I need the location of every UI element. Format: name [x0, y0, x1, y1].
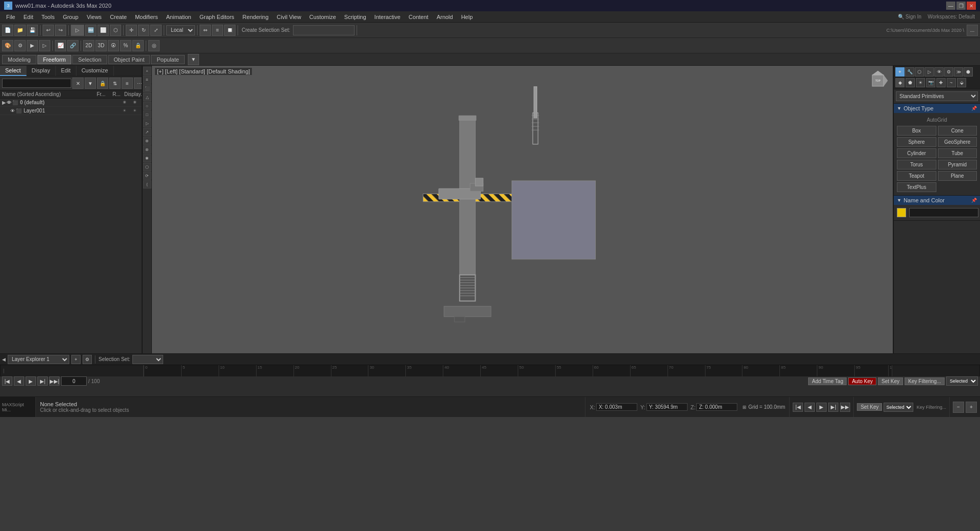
transport-start[interactable]: |◀: [793, 403, 803, 412]
rp-icon-system[interactable]: ⬙: [957, 78, 966, 87]
rotate-button[interactable]: ↻: [138, 25, 149, 36]
vlt-12[interactable]: ⬡: [143, 163, 151, 171]
rp-icon-shape[interactable]: ⬟: [906, 78, 915, 87]
angle-snap[interactable]: ⦿: [108, 40, 119, 51]
material-editor[interactable]: 🎨: [2, 40, 13, 51]
minimize-button[interactable]: —: [946, 2, 955, 10]
menu-scripting[interactable]: Scripting: [340, 13, 370, 21]
list-item-layer001[interactable]: 👁 ⬛ Layer001 ☀ ☀: [0, 107, 142, 115]
se-tab-select[interactable]: Select: [0, 66, 27, 76]
menu-create[interactable]: Create: [106, 13, 131, 21]
schematic-view[interactable]: 🔗: [67, 40, 79, 51]
menu-edit[interactable]: Edit: [19, 13, 37, 21]
transport-prev[interactable]: ◀: [805, 403, 815, 412]
redo-button[interactable]: ↪: [55, 25, 66, 36]
selection-set-dropdown[interactable]: [132, 355, 163, 364]
render-frame[interactable]: ▶: [27, 40, 38, 51]
tab-modeling[interactable]: Modeling: [2, 55, 36, 64]
align-button[interactable]: ≡: [212, 25, 223, 36]
se-tab-edit[interactable]: Edit: [56, 66, 76, 76]
btn-sphere[interactable]: Sphere: [897, 137, 936, 147]
btn-box[interactable]: Box: [897, 126, 936, 136]
btn-plane[interactable]: Plane: [938, 171, 977, 181]
anim-next-frame[interactable]: ▶|: [37, 376, 48, 386]
name-color-header[interactable]: ▼ Name and Color 📌: [894, 196, 980, 205]
vlt-5[interactable]: ○: [143, 102, 151, 110]
options-btn[interactable]: ≡: [122, 78, 133, 89]
status-set-key[interactable]: Set Key: [857, 403, 882, 411]
open-button[interactable]: 📁: [14, 25, 26, 36]
undo-button[interactable]: ↩: [43, 25, 54, 36]
search-input[interactable]: [2, 79, 71, 88]
tab-object-paint[interactable]: Object Paint: [108, 55, 150, 64]
anim-play[interactable]: ▶: [26, 376, 36, 386]
mirror-button[interactable]: ⇔: [200, 25, 211, 36]
btn-geosphere[interactable]: GeoSphere: [938, 137, 977, 147]
vlt-8[interactable]: ↗: [143, 128, 151, 136]
le-btn-config[interactable]: ⚙: [83, 355, 92, 364]
layer-explorer-dropdown[interactable]: Layer Explorer 1: [8, 355, 69, 364]
spinner-snap[interactable]: 🔒: [132, 40, 144, 51]
anim-prev-frame[interactable]: ◀: [14, 376, 24, 386]
new-button[interactable]: 📄: [2, 25, 13, 36]
btn-torus[interactable]: Torus: [897, 160, 936, 169]
tab-freeform[interactable]: Freeform: [37, 55, 72, 64]
vlt-4[interactable]: △: [143, 93, 151, 101]
snap-toggle[interactable]: 🔲: [224, 25, 236, 36]
tab-populate[interactable]: Populate: [151, 55, 184, 64]
percent-snap[interactable]: %: [120, 40, 131, 51]
transport-play[interactable]: ▶: [816, 403, 827, 412]
restore-button[interactable]: ❐: [956, 2, 966, 10]
btn-pyramid[interactable]: Pyramid: [938, 160, 977, 169]
rp-icon-spacewarp[interactable]: ~: [947, 78, 956, 87]
zoom-out-btn[interactable]: −: [953, 402, 964, 413]
menu-tools[interactable]: Tools: [37, 13, 59, 21]
object-type-pin[interactable]: 📌: [971, 106, 977, 111]
le-btn-add[interactable]: +: [71, 355, 81, 364]
key-filtering-btn[interactable]: Key Filtering...: [905, 377, 945, 385]
search-clear[interactable]: ✕: [72, 78, 84, 89]
sort-btn[interactable]: ⇅: [109, 78, 121, 89]
menu-rendering[interactable]: Rendering: [239, 13, 273, 21]
auto-key-btn[interactable]: Auto Key: [848, 377, 876, 385]
vlt-10[interactable]: ⊗: [143, 145, 151, 154]
curve-editor[interactable]: 📈: [55, 40, 66, 51]
rp-icon-light[interactable]: ☀: [916, 78, 925, 87]
key-mode-dropdown[interactable]: Selected: [946, 376, 978, 386]
status-selected-dropdown[interactable]: Selected: [884, 403, 913, 412]
menu-file[interactable]: File: [2, 13, 19, 21]
scale-button[interactable]: ⤢: [150, 25, 162, 36]
tab-expand[interactable]: ▼: [188, 54, 199, 65]
menu-group[interactable]: Group: [58, 13, 83, 21]
rp-tab-display[interactable]: 👁: [934, 67, 944, 77]
rp-tab-create[interactable]: ✦: [895, 67, 905, 77]
selection-set-input[interactable]: [293, 25, 355, 35]
menu-views[interactable]: Views: [83, 13, 106, 21]
btn-textplus[interactable]: TextPlus: [897, 182, 936, 192]
rp-icon-helper[interactable]: ✚: [936, 78, 946, 87]
add-time-tag-btn[interactable]: Add Time Tag: [808, 377, 847, 385]
frame-number-input[interactable]: [61, 376, 87, 386]
set-key-btn[interactable]: Set Key: [878, 377, 903, 385]
menu-help[interactable]: Help: [457, 13, 477, 21]
btn-cone[interactable]: Cone: [938, 126, 977, 136]
object-name-input[interactable]: [909, 208, 978, 217]
object-type-header[interactable]: ▼ Object Type 📌: [894, 104, 980, 113]
coord-system-dropdown[interactable]: Local World: [166, 25, 195, 35]
btn-cylinder[interactable]: Cylinder: [897, 148, 936, 158]
btn-teapot[interactable]: Teapot: [897, 171, 936, 181]
le-arrow-left[interactable]: ◀: [2, 357, 6, 362]
vlt-13[interactable]: ⟳: [143, 172, 151, 180]
snap-3d[interactable]: 3D: [95, 40, 107, 51]
transport-end[interactable]: ▶▶: [840, 403, 850, 412]
name-color-pin[interactable]: 📌: [971, 198, 977, 203]
select-button[interactable]: ▷: [71, 25, 84, 36]
rp-tab-more[interactable]: ≫: [954, 67, 963, 77]
render-setup[interactable]: ⚙: [14, 40, 26, 51]
se-tab-customize[interactable]: Customize: [76, 66, 114, 76]
rp-tab-modify[interactable]: 🔧: [905, 67, 914, 77]
lasso-select[interactable]: ⬡: [110, 25, 121, 36]
viewport[interactable]: [+] [Left] [Standard] [Default Shading] …: [152, 66, 893, 353]
btn-tube[interactable]: Tube: [938, 148, 977, 158]
menu-arnold[interactable]: Arnold: [433, 13, 457, 21]
